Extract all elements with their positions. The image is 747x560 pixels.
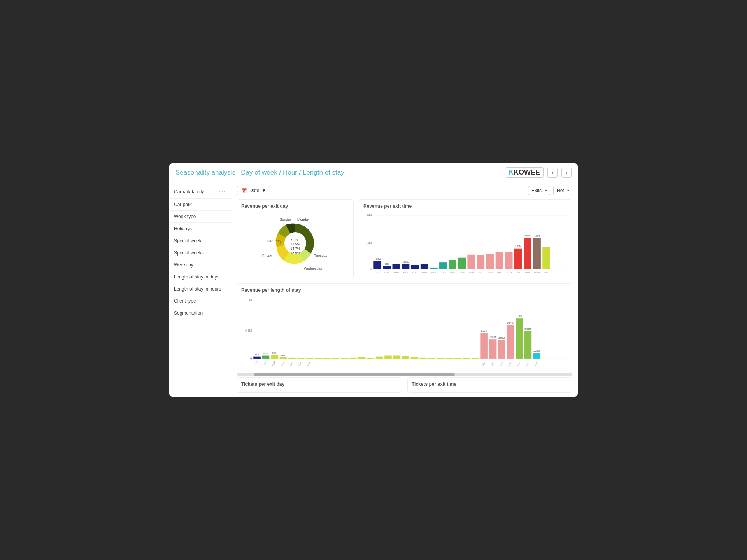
sidebar-item-week-type[interactable]: Week type — [169, 211, 231, 223]
bar-6-7d — [533, 353, 540, 359]
bar-1-2h — [262, 356, 270, 359]
net-select[interactable]: Net — [553, 186, 572, 195]
tickets-per-exit-time-label: Tickets per exit time — [412, 382, 456, 387]
val-1-2h: 519k — [263, 352, 268, 355]
label-sunday: Sunday — [280, 217, 292, 221]
sidebar-item-label: Weekday — [174, 262, 193, 268]
bar-10am — [467, 255, 475, 269]
label-wednesday: Wednesday — [304, 266, 323, 270]
length-chart-area: 9M 4,5M 0 0-1h 1-2h — [241, 296, 568, 366]
val-2-3h: 669k — [272, 352, 277, 354]
bar-label-10am: 10:00 — [468, 271, 474, 274]
bar-16-17h — [393, 356, 401, 359]
tickets-per-exit-day-label: Tickets per exit day — [241, 382, 284, 387]
bar-21-22h — [437, 358, 444, 359]
bar-5pm — [533, 238, 541, 269]
xlabel-5-6h: 5-6h — [298, 362, 302, 366]
nav-next-button[interactable]: › — [561, 168, 572, 178]
bar-12pm — [486, 254, 494, 269]
val-3-4h: 242k — [281, 354, 285, 356]
sidebar-item-label: Week type — [174, 214, 196, 219]
sidebar-item-length-hours[interactable]: Length of stay in hours — [169, 283, 231, 295]
sidebar: Carpark family ··· Car park Week type Ho… — [169, 182, 231, 397]
page-title: Seasonality analysis : Day of week / Hou… — [175, 169, 344, 177]
val-2-2.5d: 3,98M — [489, 336, 496, 338]
header: Seasonality analysis : Day of week / Hou… — [169, 163, 578, 182]
sidebar-item-length-days[interactable]: Length of stay in days — [169, 271, 231, 283]
length-bar-svg: 9M 4,5M 0 0-1h 1-2h — [241, 296, 568, 366]
sidebar-item-label: Special week — [174, 238, 202, 243]
filter-selects: Exits Net — [528, 186, 572, 195]
exits-select[interactable]: Exits — [528, 186, 550, 195]
val-3am: 74.94k — [402, 261, 409, 263]
bar-14-15h — [376, 357, 383, 359]
bar-label-12pm: 12:00P — [487, 271, 494, 274]
bar-label-1-2h: 1-2h — [263, 360, 267, 365]
bar-label-1am: 1:00A — [384, 271, 390, 274]
val-3pm: 3.21M — [515, 245, 521, 247]
exit-time-bar-svg: 6M 3M 0 12:00 — [363, 212, 568, 274]
sidebar-item-label: Special weeks — [174, 250, 204, 256]
sidebar-item-label: Holidays — [174, 226, 192, 231]
horizontal-scrollbar[interactable] — [237, 373, 572, 376]
filter-bar: 📅 Date ▼ Exits Net — [237, 186, 572, 195]
y-label-3m: 3M — [367, 241, 372, 245]
sidebar-item-segmentation[interactable]: Segmentation — [169, 307, 231, 319]
bar-label-9am: 9:00A — [459, 271, 465, 274]
bar-1am — [383, 266, 391, 269]
sidebar-item-special-weeks[interactable]: Special weeks — [169, 247, 231, 259]
tickets-per-exit-day-chart: Tickets per exit day — [237, 377, 402, 393]
kowee-logo: KKOWEE — [505, 167, 544, 178]
bar-label-3am: 3:00A — [403, 271, 409, 274]
bar-label-4am: 4:00A — [412, 271, 418, 274]
revenue-per-exit-day-chart: Revenue per exit day — [237, 199, 354, 278]
sidebar-item-special-week[interactable]: Special week — [169, 235, 231, 247]
main-container: Seasonality analysis : Day of week / Hou… — [169, 163, 578, 397]
sidebar-item-carpark-family[interactable]: Carpark family ··· — [169, 185, 231, 199]
bar-label-1pm: 1:00P — [496, 271, 502, 274]
nav-prev-button[interactable]: ‹ — [547, 168, 558, 178]
sidebar-item-label: Segmentation — [174, 310, 203, 316]
sidebar-item-label: Car park — [174, 202, 192, 207]
bar-label-12am: 12:00 — [375, 271, 380, 274]
donut-center-label3: 14.7% — [290, 247, 300, 250]
bar-2.5-3d — [498, 340, 505, 359]
sidebar-item-holidays[interactable]: Holidays — [169, 223, 231, 235]
net-select-wrapper: Net — [553, 186, 572, 195]
bar-9-10h — [332, 358, 339, 359]
donut-center-label: 9.6% — [291, 238, 300, 242]
bar-6-7h — [306, 358, 313, 359]
val-3-4d: 6,94M — [507, 321, 513, 324]
bar-3-4d — [507, 325, 514, 359]
val-4pm: 4.93M — [524, 234, 531, 237]
y-label-0: 0 — [370, 266, 372, 270]
sidebar-item-car-park[interactable]: Car park — [169, 199, 231, 211]
xlabel-4-5h: 4-5h — [289, 362, 293, 366]
bar-3-4h — [280, 357, 287, 359]
bottom-charts-row: Tickets per exit day Tickets per exit ti… — [237, 377, 572, 393]
revenue-per-length-title: Revenue per length of stay — [241, 287, 568, 293]
bar-5-6h — [297, 358, 305, 359]
sidebar-item-weekday[interactable]: Weekday — [169, 259, 231, 271]
calendar-icon: 📅 — [241, 188, 247, 193]
val-1am: 433k — [384, 263, 389, 265]
sidebar-item-label: Client type — [174, 298, 196, 304]
date-filter-label: Date — [249, 188, 259, 193]
sidebar-item-client-type[interactable]: Client type — [169, 295, 231, 307]
bar-11-12h — [349, 358, 357, 359]
top-charts-row: Revenue per exit day — [237, 199, 572, 278]
bar-1-1.5d — [472, 358, 479, 359]
header-right: KKOWEE ‹ › — [505, 167, 572, 178]
bar-1pm — [496, 252, 503, 269]
scrollbar-thumb[interactable] — [254, 373, 455, 376]
date-filter-button[interactable]: 📅 Date ▼ — [237, 186, 270, 195]
bar-0-1h — [253, 357, 261, 359]
bar-4-5d — [516, 318, 523, 359]
bar-2-2.5d — [489, 339, 497, 359]
bar-label-5am: 5:00A — [422, 271, 428, 274]
bar-17-18h — [402, 356, 409, 359]
xlabel-2.5-3d: 2,5-3d — [498, 361, 503, 366]
exits-select-wrapper: Exits — [528, 186, 550, 195]
bar-label-2pm: 2:00P — [506, 271, 512, 274]
val-6-7d: 1,20M — [533, 349, 540, 352]
